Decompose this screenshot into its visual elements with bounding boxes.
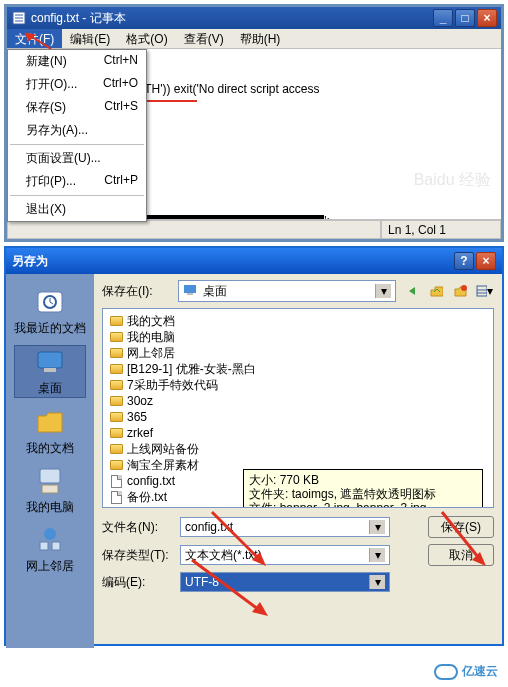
menu-edit[interactable]: 编辑(E) xyxy=(62,29,118,48)
chevron-down-icon: ▾ xyxy=(369,575,385,589)
menu-pagesetup[interactable]: 页面设置(U)... xyxy=(8,147,146,170)
lookin-label: 保存在(I): xyxy=(102,283,172,300)
back-button[interactable] xyxy=(402,281,422,301)
notepad-window: config.txt - 记事本 _ □ × 文件(F) 编辑(E) 格式(O)… xyxy=(4,4,504,242)
file-list-item[interactable]: 上线网站备份 xyxy=(107,441,489,457)
menu-new[interactable]: 新建(N)Ctrl+N xyxy=(8,50,146,73)
file-name: 我的文档 xyxy=(127,313,175,330)
folder-icon xyxy=(109,442,123,456)
file-name: 7采助手特效代码 xyxy=(127,377,218,394)
views-button[interactable]: ▾ xyxy=(474,281,494,301)
file-list-item[interactable]: zrkef xyxy=(107,425,489,441)
svg-rect-11 xyxy=(40,542,48,550)
file-list-item[interactable]: 7采助手特效代码 xyxy=(107,377,489,393)
computer-icon xyxy=(34,465,66,497)
folder-icon xyxy=(109,394,123,408)
menu-print[interactable]: 打印(P)...Ctrl+P xyxy=(8,170,146,193)
tooltip: 大小: 770 KB 文件夹: taoimgs, 遮盖特效透明图标 文件: ba… xyxy=(243,469,483,508)
file-list-item[interactable]: 网上邻居 xyxy=(107,345,489,361)
file-list-item[interactable]: 30oz xyxy=(107,393,489,409)
menu-view[interactable]: 查看(V) xyxy=(176,29,232,48)
place-network[interactable]: 网上邻居 xyxy=(14,524,86,575)
file-list-item[interactable]: [B129-1] 优雅-女装-黑白 xyxy=(107,361,489,377)
filetype-select[interactable]: 文本文档(*.txt) ▾ xyxy=(180,545,390,565)
code-line: '; xyxy=(324,214,330,219)
place-mydocs[interactable]: 我的文档 xyxy=(14,406,86,457)
place-recent[interactable]: 我最近的文档 xyxy=(14,286,86,337)
file-list[interactable]: 我的文档我的电脑网上邻居[B129-1] 优雅-女装-黑白7采助手特效代码30o… xyxy=(102,308,494,508)
menu-saveas[interactable]: 另存为(A)... xyxy=(8,119,146,142)
dialog-title-bar: 另存为 ? × xyxy=(6,248,502,274)
place-mycomp[interactable]: 我的电脑 xyxy=(14,465,86,516)
menu-pagesetup-label: 页面设置(U)... xyxy=(26,150,101,167)
help-button[interactable]: ? xyxy=(454,252,474,270)
mydocs-icon xyxy=(34,406,66,438)
file-name: 我的电脑 xyxy=(127,329,175,346)
filetype-label: 保存类型(T): xyxy=(102,547,172,564)
lookin-combo[interactable]: 桌面 ▾ xyxy=(178,280,396,302)
save-button[interactable]: 保存(S) xyxy=(428,516,494,538)
encoding-label: 编码(E): xyxy=(102,574,172,591)
desktop-icon xyxy=(34,346,66,378)
svg-rect-14 xyxy=(187,293,193,295)
folder-icon xyxy=(109,410,123,424)
menu-new-label: 新建(N) xyxy=(26,53,67,70)
maximize-button[interactable]: □ xyxy=(455,9,475,27)
network-icon xyxy=(34,524,66,556)
close-button[interactable]: × xyxy=(477,9,497,27)
filename-value: config.txt xyxy=(185,520,233,534)
dialog-close-button[interactable]: × xyxy=(476,252,496,270)
encoding-select[interactable]: UTF-8 ▾ xyxy=(180,572,390,592)
recent-docs-icon xyxy=(34,286,66,318)
menu-help[interactable]: 帮助(H) xyxy=(232,29,289,48)
text-file-icon xyxy=(109,506,123,508)
svg-rect-13 xyxy=(184,285,196,293)
svg-point-10 xyxy=(44,528,56,540)
encoding-value: UTF-8 xyxy=(185,575,219,589)
svg-rect-6 xyxy=(38,352,62,368)
chevron-down-icon: ▾ xyxy=(369,520,385,534)
menu-separator xyxy=(10,144,144,145)
menu-exit-label: 退出(X) xyxy=(26,201,66,218)
filename-label: 文件名(N): xyxy=(102,519,172,536)
text-file-icon xyxy=(109,474,123,488)
lookin-value: 桌面 xyxy=(203,283,227,300)
svg-rect-12 xyxy=(52,542,60,550)
place-desktop[interactable]: 桌面 xyxy=(14,345,86,398)
menu-open[interactable]: 打开(O)...Ctrl+O xyxy=(8,73,146,96)
file-name: 30oz xyxy=(127,394,153,408)
file-name: 备份.txt xyxy=(127,489,167,506)
file-list-item[interactable]: 我的电脑 xyxy=(107,329,489,345)
svg-rect-7 xyxy=(44,368,56,372)
menu-exit[interactable]: 退出(X) xyxy=(8,198,146,221)
file-dropdown: 新建(N)Ctrl+N 打开(O)...Ctrl+O 保存(S)Ctrl+S 另… xyxy=(7,49,147,222)
menu-file[interactable]: 文件(F) xyxy=(7,29,62,48)
folder-icon xyxy=(109,362,123,376)
cancel-button[interactable]: 取消 xyxy=(428,544,494,566)
svg-rect-16 xyxy=(477,286,487,296)
new-folder-button[interactable] xyxy=(450,281,470,301)
filename-input[interactable]: config.txt ▾ xyxy=(180,517,390,537)
file-name: [B129-1] 优雅-女装-黑白 xyxy=(127,361,256,378)
title-bar: config.txt - 记事本 _ □ × xyxy=(7,7,501,29)
place-label: 网上邻居 xyxy=(14,558,86,575)
place-label: 我最近的文档 xyxy=(14,320,86,337)
file-name: zrkef xyxy=(127,426,153,440)
filetype-value: 文本文档(*.txt) xyxy=(185,547,262,564)
menu-open-shortcut: Ctrl+O xyxy=(103,76,138,93)
up-one-level-button[interactable] xyxy=(426,281,446,301)
menu-new-shortcut: Ctrl+N xyxy=(104,53,138,70)
status-cursor-pos: Ln 1, Col 1 xyxy=(381,220,501,239)
file-name: 上线网站备份 xyxy=(127,441,199,458)
file-list-item[interactable]: 我的文档 xyxy=(107,313,489,329)
file-name: config.txt xyxy=(127,474,175,488)
folder-icon xyxy=(109,314,123,328)
place-label: 我的电脑 xyxy=(14,499,86,516)
file-list-item[interactable]: 365 xyxy=(107,409,489,425)
minimize-button[interactable]: _ xyxy=(433,9,453,27)
menu-format[interactable]: 格式(O) xyxy=(118,29,175,48)
chevron-down-icon: ▾ xyxy=(369,548,385,562)
menu-save[interactable]: 保存(S)Ctrl+S xyxy=(8,96,146,119)
svg-rect-8 xyxy=(40,469,60,483)
svg-point-15 xyxy=(461,285,467,291)
